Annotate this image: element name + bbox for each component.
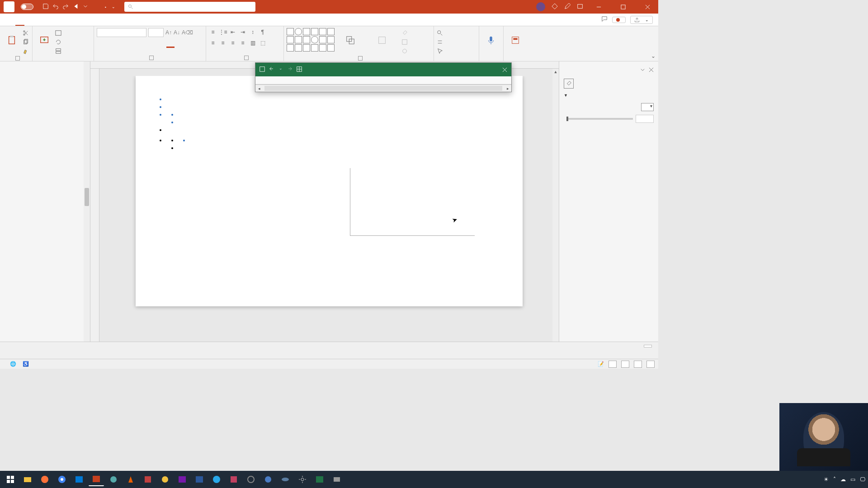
- launcher-icon[interactable]: [244, 56, 249, 60]
- find-button[interactable]: [437, 29, 445, 37]
- record-button[interactable]: [612, 17, 626, 23]
- editor-scrollbar[interactable]: ▲: [552, 69, 559, 342]
- sheet-grid-icon[interactable]: [296, 66, 302, 74]
- share-button[interactable]: ⌄: [630, 16, 653, 24]
- clear-format-icon[interactable]: A⌫: [182, 29, 193, 36]
- fill-tab-icon[interactable]: [564, 79, 574, 89]
- tab-dictation[interactable]: [115, 14, 124, 26]
- tab-aufzeichnen[interactable]: [85, 14, 94, 26]
- change-case-button[interactable]: [156, 40, 165, 48]
- transparency-value[interactable]: [636, 115, 654, 123]
- quickstyles-button[interactable]: [366, 28, 398, 53]
- tab-ueberpruefen[interactable]: [95, 14, 104, 26]
- strikethrough-button[interactable]: [127, 40, 135, 48]
- reset-button[interactable]: [55, 38, 63, 46]
- tab-zeichnen[interactable]: [35, 14, 44, 26]
- align-right-button[interactable]: ≡: [229, 39, 237, 47]
- smartart-button[interactable]: ⬚: [259, 39, 267, 47]
- close-button[interactable]: [638, 0, 656, 14]
- minimize-button[interactable]: [590, 0, 608, 14]
- transparency-slider[interactable]: [566, 118, 633, 120]
- underline-button[interactable]: [117, 40, 125, 48]
- sheet-scrollbar-h[interactable]: ◂ ▸: [255, 84, 511, 92]
- toggle-icon[interactable]: [21, 4, 33, 10]
- launcher-icon[interactable]: [149, 56, 154, 60]
- normal-view-button[interactable]: [609, 361, 617, 368]
- tab-hilfe[interactable]: [125, 14, 134, 26]
- section-button[interactable]: [55, 47, 63, 55]
- paste-button[interactable]: [3, 28, 21, 53]
- pen-icon[interactable]: [564, 3, 571, 11]
- diamond-icon[interactable]: [552, 3, 558, 11]
- tab-uebergaenge[interactable]: [55, 14, 64, 26]
- tab-datei[interactable]: [5, 14, 14, 26]
- maximize-button[interactable]: [614, 0, 632, 14]
- user-account[interactable]: [533, 2, 545, 11]
- format-painter-button[interactable]: [23, 47, 29, 55]
- cut-button[interactable]: [23, 29, 29, 37]
- sheet-save-icon[interactable]: [259, 66, 265, 74]
- more-icon[interactable]: [82, 3, 89, 11]
- redo-icon[interactable]: [62, 3, 69, 11]
- from-beginning-icon[interactable]: [72, 3, 79, 11]
- columns-button[interactable]: ▥: [249, 39, 257, 47]
- decrease-indent-button[interactable]: ⇤: [229, 28, 237, 36]
- font-family-select[interactable]: [97, 28, 146, 37]
- window-icon[interactable]: [577, 3, 583, 11]
- undo-icon[interactable]: [52, 3, 59, 11]
- tab-bildschirm[interactable]: [75, 14, 84, 26]
- slide-thumbnails[interactable]: [0, 61, 90, 342]
- shape-outline-button[interactable]: [401, 38, 410, 46]
- shape-fill-button[interactable]: [401, 29, 410, 37]
- notes-toggle[interactable]: 📝: [598, 361, 604, 367]
- line-spacing-button[interactable]: ↕: [249, 28, 257, 36]
- sorter-view-button[interactable]: [621, 361, 629, 368]
- scroll-right-icon[interactable]: ▸: [504, 85, 511, 92]
- align-left-button[interactable]: ≡: [209, 39, 217, 47]
- numbering-button[interactable]: ⋮≡: [219, 28, 227, 36]
- autosave-toggle[interactable]: [18, 4, 33, 10]
- color-picker[interactable]: [641, 103, 654, 111]
- fill-section-header[interactable]: ▼: [564, 93, 654, 98]
- search-input[interactable]: [124, 2, 255, 12]
- save-icon[interactable]: [42, 3, 49, 11]
- slide-content[interactable]: [154, 96, 505, 151]
- shapes-gallery[interactable]: [287, 28, 335, 52]
- panel-dropdown-button[interactable]: [640, 66, 645, 74]
- collapse-ribbon-button[interactable]: ⌄: [651, 53, 656, 59]
- tab-animationen[interactable]: [65, 14, 74, 26]
- notes-pane[interactable]: [0, 342, 658, 359]
- apply-all-button[interactable]: [644, 345, 652, 347]
- document-title[interactable]: • ⌄: [102, 5, 115, 9]
- justify-button[interactable]: ≡: [239, 39, 247, 47]
- launcher-icon[interactable]: [358, 56, 363, 61]
- accessibility-button[interactable]: ♿: [23, 361, 29, 367]
- font-size-select[interactable]: [148, 28, 164, 37]
- new-slide-button[interactable]: [35, 28, 53, 53]
- slideshow-view-button[interactable]: [646, 361, 655, 368]
- thumbnail-scrollbar[interactable]: [84, 61, 90, 342]
- panel-close-button[interactable]: [649, 66, 654, 74]
- sheet-redo-icon[interactable]: [286, 66, 292, 74]
- reading-view-button[interactable]: [634, 361, 642, 368]
- align-center-button[interactable]: ≡: [219, 39, 227, 47]
- tab-ansicht[interactable]: [105, 14, 114, 26]
- language-button[interactable]: 🌐: [10, 361, 16, 367]
- replace-button[interactable]: [437, 38, 445, 46]
- italic-button[interactable]: [107, 40, 115, 48]
- designer-button[interactable]: [506, 28, 524, 53]
- launcher-icon[interactable]: [15, 56, 20, 61]
- copy-button[interactable]: [23, 38, 29, 46]
- grow-font-icon[interactable]: A↑: [165, 29, 172, 36]
- shadow-button[interactable]: [137, 40, 145, 48]
- shape-effects-button[interactable]: [401, 47, 410, 55]
- sheet-undo-icon[interactable]: [269, 66, 275, 74]
- chart-data-titlebar[interactable]: ⌄: [255, 63, 511, 76]
- scroll-left-icon[interactable]: ◂: [255, 85, 263, 92]
- text-direction-button[interactable]: ¶: [259, 28, 267, 36]
- font-color-button[interactable]: [166, 40, 175, 48]
- slide-canvas[interactable]: ➤: [136, 76, 523, 306]
- bold-button[interactable]: [97, 40, 105, 48]
- comments-icon[interactable]: [601, 16, 608, 23]
- chart-data-window[interactable]: ⌄ ◂ ▸: [255, 62, 512, 92]
